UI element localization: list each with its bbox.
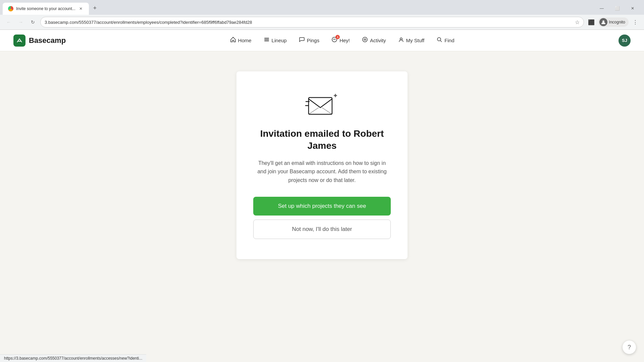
svg-point-6 <box>335 39 336 40</box>
refresh-button[interactable]: ↻ <box>28 17 38 27</box>
lineup-icon <box>264 37 270 44</box>
new-tab-button[interactable]: + <box>90 3 100 13</box>
pings-icon <box>299 37 305 44</box>
nav-pings-label: Pings <box>307 38 320 43</box>
nav-lineup-label: Lineup <box>272 38 287 43</box>
svg-line-11 <box>440 41 442 42</box>
tab-title: Invite someone to your account... <box>16 6 75 11</box>
invitation-card: Invitation emailed to Robert James They'… <box>236 71 408 259</box>
app-header: Basecamp Home Lineup <box>0 30 644 51</box>
address-bar[interactable]: 3.basecamp.com/5550377/account/enrollmen… <box>40 17 584 27</box>
incognito-label: Incognito <box>609 20 625 24</box>
nav-mystuff-label: My Stuff <box>406 38 425 43</box>
main-nav: Home Lineup Pings <box>66 34 619 47</box>
maximize-button[interactable]: ⬜ <box>610 3 625 13</box>
help-button[interactable]: ? <box>623 341 636 354</box>
close-button[interactable]: ✕ <box>625 3 640 13</box>
svg-line-15 <box>309 108 319 114</box>
svg-line-16 <box>322 108 332 114</box>
nav-pings[interactable]: Pings <box>293 34 325 47</box>
user-avatar[interactable]: SJ <box>619 35 631 47</box>
hey-icon: 1 <box>331 37 337 44</box>
svg-point-5 <box>333 39 334 40</box>
envelope-illustration <box>305 92 339 118</box>
back-button[interactable]: ← <box>4 17 13 27</box>
nav-activity[interactable]: Activity <box>357 34 391 47</box>
more-options-button[interactable]: ⋮ <box>631 17 640 27</box>
nav-home-label: Home <box>238 38 252 43</box>
not-now-button[interactable]: Not now, I'll do this later <box>253 220 391 239</box>
incognito-icon <box>599 18 607 26</box>
activity-icon <box>362 37 368 44</box>
nav-home[interactable]: Home <box>225 34 257 47</box>
main-content: Invitation emailed to Robert James They'… <box>0 51 644 360</box>
extensions-button[interactable]: ⬛ <box>587 17 596 27</box>
svg-rect-1 <box>264 38 269 39</box>
nav-find[interactable]: Find <box>431 34 460 47</box>
logo-icon <box>13 35 25 47</box>
tab-favicon <box>8 6 13 11</box>
logo-text: Basecamp <box>29 36 66 45</box>
svg-point-9 <box>400 38 402 40</box>
svg-rect-2 <box>264 39 269 40</box>
nav-hey-label: Hey! <box>339 38 350 43</box>
nav-mystuff[interactable]: My Stuff <box>393 34 430 47</box>
svg-point-7 <box>363 37 367 42</box>
forward-button[interactable]: → <box>16 17 25 27</box>
mystuff-icon <box>398 37 404 44</box>
svg-rect-3 <box>264 41 269 41</box>
svg-point-10 <box>437 38 441 41</box>
incognito-badge[interactable]: Incognito <box>598 17 629 27</box>
nav-hey[interactable]: 1 Hey! <box>326 34 355 47</box>
minimize-button[interactable]: — <box>594 3 609 13</box>
find-icon <box>436 37 442 44</box>
card-description: They'll get an email with instructions o… <box>253 159 391 185</box>
nav-activity-label: Activity <box>370 38 386 43</box>
status-bar: https://3.basecamp.com/5550377/account/e… <box>0 354 146 362</box>
tab-close-button[interactable]: ✕ <box>78 6 84 11</box>
nav-find-label: Find <box>444 38 454 43</box>
svg-point-8 <box>364 39 366 41</box>
url-display: 3.basecamp.com/5550377/account/enrollmen… <box>45 20 572 25</box>
set-up-projects-button[interactable]: Set up which projects they can see <box>253 197 391 216</box>
home-icon <box>230 37 236 44</box>
bookmark-icon[interactable]: ☆ <box>575 19 580 25</box>
card-title: Invitation emailed to Robert James <box>253 128 391 152</box>
nav-lineup[interactable]: Lineup <box>258 34 292 47</box>
logo[interactable]: Basecamp <box>13 35 66 47</box>
browser-tab[interactable]: Invite someone to your account... ✕ <box>3 3 89 15</box>
